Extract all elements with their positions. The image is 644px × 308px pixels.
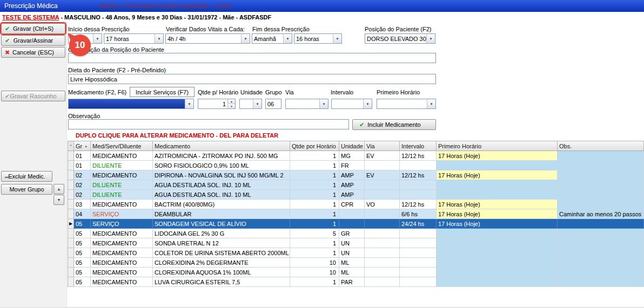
save-sign-button-label: Gravar/Assinar	[14, 37, 53, 44]
grid-cell: 1	[290, 200, 339, 209]
grid-cell	[437, 258, 558, 268]
save-button-label: Gravar (Ctrl+S)	[13, 25, 53, 32]
vitais-select[interactable]: 4h / 4h ▼	[165, 33, 250, 44]
grid-cell: 12/12 hs	[400, 200, 437, 209]
move-group-down-button[interactable]: ▼	[53, 195, 64, 205]
table-row[interactable]: 01DILUENTESORO FISIOLOGICO 0,9% 100 ML1F…	[68, 161, 644, 170]
table-row[interactable]: 05MEDICAMENTOLUVA CIRURGICA ESTERIL 7,51…	[68, 277, 644, 287]
table-row[interactable]: 05MEDICAMENTOCLOREXIDINA AQUOSA 1% 100ML…	[68, 268, 644, 277]
grid-cell: GR	[339, 229, 365, 238]
grid-cell	[558, 200, 644, 209]
qtde-stepper[interactable]: 1 ▲ ▼	[198, 99, 236, 109]
chevron-down-icon: ▼	[241, 34, 250, 43]
grid-cell: 1	[290, 180, 339, 190]
system-alert-label: TESTE DE SISTEMA	[2, 14, 59, 20]
save-draft-button[interactable]: ✔ Gravar Rascunho	[1, 91, 65, 101]
grid-cell: VO	[365, 200, 400, 209]
column-header-unidade[interactable]: Unidade	[339, 141, 365, 151]
grid-cell: 10	[290, 258, 339, 268]
delete-med-button[interactable]: ▬ Excluir Medic.	[1, 171, 52, 182]
obs-posicao-input[interactable]	[68, 53, 436, 63]
table-header: * Gr ▲ Med/Serv/Diluente Medicamento Qtd…	[68, 141, 644, 151]
table-row[interactable]: 05MEDICAMENTOSONDA URETRAL N 121UN	[68, 238, 644, 248]
spin-up-icon[interactable]: ▲	[228, 99, 235, 104]
column-header-gr[interactable]: Gr ▲	[74, 141, 91, 151]
grupo-input[interactable]	[265, 99, 281, 109]
grid-cell: 05	[74, 258, 91, 268]
grid-cell: CLOREXIDINA 2% DEGERMANTE	[153, 258, 290, 268]
column-header-tipo[interactable]: Med/Serv/Diluente	[91, 141, 153, 151]
grid-cell: MEDICAMENTO	[91, 248, 153, 258]
grid-cell: SERVIÇO	[91, 209, 153, 219]
grid-cell: SONDA URETRAL N 12	[153, 238, 290, 248]
move-group-up-button[interactable]: ▲	[53, 184, 64, 194]
grid-cell: 1	[290, 238, 339, 248]
column-header-primeiro[interactable]: Primeiro Horário	[437, 141, 558, 151]
annotation-step-badge: 10	[69, 35, 91, 56]
grid-cell	[400, 268, 437, 277]
grid-cell: MEDICAMENTO	[91, 268, 153, 277]
incluir-servicos-button[interactable]: Incluir Serviços (F7)	[130, 87, 194, 97]
grid-cell: UN	[339, 238, 365, 248]
table-row[interactable]: 05MEDICAMENTOCOLETOR DE URINA SISTEMA AB…	[68, 248, 644, 258]
column-header-obs[interactable]: Obs.	[558, 141, 644, 151]
grid-cell	[558, 238, 644, 248]
grid-cell: 05	[74, 238, 91, 248]
grid-cell	[68, 238, 74, 248]
table-row[interactable]: 03MEDICAMENTOBACTRIM (400/80MG)1CPRVO12/…	[68, 200, 644, 209]
table-row[interactable]: 02DILUENTEAGUA DESTILADA SOL. INJ. 10 ML…	[68, 190, 644, 200]
selector-column-header[interactable]: *	[68, 141, 74, 151]
table-row[interactable]: 02MEDICAMENTODIPIRONA - NOVALGINA SOL IN…	[68, 170, 644, 180]
grid-cell	[68, 209, 74, 219]
grid-cell	[365, 258, 400, 268]
dieta-input[interactable]	[68, 74, 436, 84]
grid-cell: 01	[74, 151, 91, 161]
unidade-select[interactable]: ▼	[239, 99, 262, 109]
table-row[interactable]: ▶05SERVIÇOSONDAGEM VESICAL DE ALÍVIO124/…	[68, 219, 644, 229]
medicamento-select[interactable]: ▼	[68, 99, 194, 109]
grid-cell: 5	[290, 229, 339, 238]
via-label: Via	[285, 89, 294, 95]
incluir-medicamento-button[interactable]: ✔ Incluir Medicamento	[352, 119, 436, 130]
column-header-via[interactable]: Via	[365, 141, 400, 151]
grid-cell: 17 Horas (Hoje)	[437, 170, 558, 180]
table-row[interactable]: 02DILUENTEAGUA DESTILADA SOL. INJ. 10 ML…	[68, 180, 644, 190]
column-header-intervalo[interactable]: Intervalo	[400, 141, 437, 151]
save-button[interactable]: ✔ Gravar (Ctrl+S)	[1, 23, 65, 34]
grid-cell: LIDOCAINA GEL 2% 30 G	[153, 229, 290, 238]
intervalo-select[interactable]: ▼	[331, 99, 372, 109]
column-header-medicamento[interactable]: Medicamento	[153, 141, 290, 151]
via-select[interactable]: ▼	[285, 99, 328, 109]
grid-cell	[339, 219, 365, 229]
grid-cell	[400, 258, 437, 268]
chevron-down-icon: ▼	[363, 99, 372, 108]
grid-cell	[400, 248, 437, 258]
grid-cell: 1	[290, 161, 339, 170]
grid-cell: 04	[74, 209, 91, 219]
grid-hint: DUPLO CLIQUE PARA ALTERAR MEDICAMENTO - …	[76, 132, 278, 139]
observacao-input[interactable]	[68, 119, 349, 129]
table-row[interactable]: 05MEDICAMENTOCLOREXIDINA 2% DEGERMANTE10…	[68, 258, 644, 268]
move-group-button[interactable]: Mover Grupo	[1, 184, 52, 195]
table-row[interactable]: 04SERVIÇODEAMBULAR16/6 hs17 Horas (Hoje)…	[68, 209, 644, 219]
delete-med-button-label: Excluir Medic.	[8, 173, 45, 180]
fim-day-select[interactable]: Amanhã ▼	[252, 33, 292, 44]
column-header-qtde[interactable]: Qtde por Horário	[290, 141, 339, 151]
cancel-button[interactable]: ✖ Cancelar (ESC)	[1, 47, 65, 58]
posicao-select[interactable]: DORSO ELEVADO 30 G ▼	[365, 33, 435, 44]
grid-cell	[437, 268, 558, 277]
grid-cell: MEDICAMENTO	[91, 200, 153, 209]
primeiro-horario-select[interactable]: ▼	[377, 99, 436, 109]
fim-time-select[interactable]: 16 horas ▼	[294, 33, 342, 44]
grid-cell: 03	[74, 200, 91, 209]
table-row[interactable]: 05MEDICAMENTOLIDOCAINA GEL 2% 30 G5GR	[68, 229, 644, 238]
table-row[interactable]: 01MEDICAMENTOAZITROMICINA - ZITROMAX PO …	[68, 151, 644, 161]
grid-cell: 05	[74, 268, 91, 277]
inicio-time-select[interactable]: 17 horas ▼	[104, 33, 164, 44]
save-sign-button[interactable]: ✔ Gravar/Assinar	[1, 35, 65, 46]
grid-cell: 1	[290, 151, 339, 161]
spin-down-icon[interactable]: ▼	[228, 104, 235, 108]
grid-cell: 17 Horas (Hoje)	[437, 219, 558, 229]
grid-cell	[68, 161, 74, 170]
grid-cell	[365, 219, 400, 229]
